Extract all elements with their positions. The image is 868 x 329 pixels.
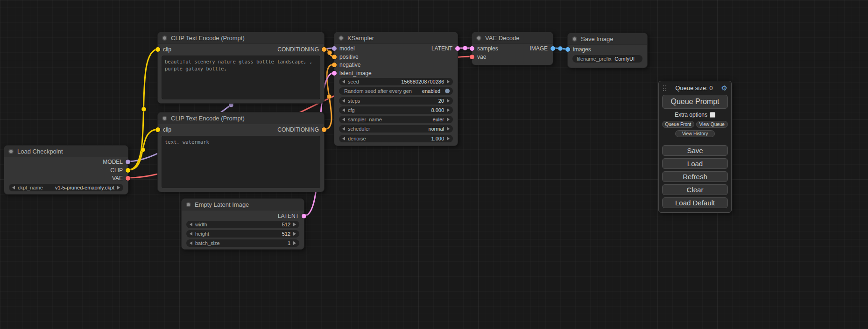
node-title-bar[interactable]: VAE Decode xyxy=(472,32,553,44)
clip-output-dot[interactable] xyxy=(126,168,130,173)
decrement-arrow-icon[interactable] xyxy=(190,223,192,226)
increment-arrow-icon[interactable] xyxy=(117,186,120,189)
decrement-arrow-icon[interactable] xyxy=(342,80,345,84)
widget-random-seed-toggle[interactable]: Random seed after every gen enabled xyxy=(339,87,453,95)
decrement-arrow-icon[interactable] xyxy=(342,127,345,131)
image-input-dot[interactable] xyxy=(565,47,570,52)
node-title-bar[interactable]: Save Image xyxy=(568,33,647,45)
output-slot-latent[interactable]: LATENT xyxy=(278,213,303,219)
collapse-dot-icon[interactable] xyxy=(162,35,167,41)
widget-cfg[interactable]: cfg 8.000 xyxy=(339,106,453,114)
input-slot-positive[interactable]: positive xyxy=(335,54,359,60)
refresh-button[interactable]: Refresh xyxy=(662,171,728,182)
clear-button[interactable]: Clear xyxy=(662,184,728,195)
latent-input-dot[interactable] xyxy=(332,71,337,76)
model-output-dot[interactable] xyxy=(126,160,130,164)
toggle-knob-icon[interactable] xyxy=(445,89,450,93)
decrement-arrow-icon[interactable] xyxy=(342,108,345,112)
settings-gear-icon[interactable]: ⚙ xyxy=(721,84,727,91)
output-slot-clip[interactable]: CLIP xyxy=(110,167,127,174)
node-save-image[interactable]: Save Image images filename_prefix ComfyU… xyxy=(567,33,648,68)
widget-seed[interactable]: seed 156680208700286 xyxy=(339,78,453,85)
extra-options-checkbox[interactable] xyxy=(710,112,715,118)
vae-input-dot[interactable] xyxy=(470,55,474,59)
widget-width[interactable]: width 512 xyxy=(186,221,299,228)
node-vae-decode[interactable]: VAE Decode samples vae IMAGE xyxy=(472,32,553,65)
image-output-dot[interactable] xyxy=(550,46,555,51)
node-title-bar[interactable]: Empty Latent Image xyxy=(182,199,304,210)
input-slot-clip[interactable]: clip xyxy=(159,46,171,53)
widget-batch-size[interactable]: batch_size 1 xyxy=(186,239,299,247)
node-empty-latent-image[interactable]: Empty Latent Image LATENT width 512 heig… xyxy=(181,198,304,250)
view-history-button[interactable]: View History xyxy=(675,130,715,137)
increment-arrow-icon[interactable] xyxy=(447,80,450,84)
conditioning-input-dot[interactable] xyxy=(332,55,337,59)
node-load-checkpoint[interactable]: Load Checkpoint MODEL CLIP VAE ckpt_name… xyxy=(4,145,128,195)
drag-handle-icon[interactable] xyxy=(663,85,667,91)
decrement-arrow-icon[interactable] xyxy=(190,241,192,245)
conditioning-input-dot[interactable] xyxy=(332,63,337,67)
load-default-button[interactable]: Load Default xyxy=(662,197,728,208)
prompt-textarea[interactable]: text, watermark xyxy=(162,136,320,188)
widget-height[interactable]: height 512 xyxy=(186,230,299,238)
collapse-dot-icon[interactable] xyxy=(8,149,14,154)
model-input-dot[interactable] xyxy=(332,46,337,51)
collapse-dot-icon[interactable] xyxy=(186,202,191,207)
load-button[interactable]: Load xyxy=(662,158,728,169)
decrement-arrow-icon[interactable] xyxy=(342,99,345,103)
prompt-textarea[interactable]: beautiful scenery nature glass bottle la… xyxy=(162,56,320,99)
decrement-arrow-icon[interactable] xyxy=(12,186,15,189)
queue-front-button[interactable]: Queue Front xyxy=(662,121,694,128)
decrement-arrow-icon[interactable] xyxy=(190,232,192,236)
output-slot-conditioning[interactable]: CONDITIONING xyxy=(277,126,323,133)
increment-arrow-icon[interactable] xyxy=(447,137,450,140)
save-button[interactable]: Save xyxy=(662,145,728,156)
node-title-bar[interactable]: KSampler xyxy=(334,32,458,44)
node-title-bar[interactable]: CLIP Text Encode (Prompt) xyxy=(158,112,324,124)
increment-arrow-icon[interactable] xyxy=(447,99,450,103)
decrement-arrow-icon[interactable] xyxy=(342,137,345,140)
increment-arrow-icon[interactable] xyxy=(447,127,450,131)
increment-arrow-icon[interactable] xyxy=(447,108,450,112)
increment-arrow-icon[interactable] xyxy=(293,232,296,236)
increment-arrow-icon[interactable] xyxy=(293,241,296,245)
latent-output-dot[interactable] xyxy=(455,46,460,51)
conditioning-output-dot[interactable] xyxy=(322,127,326,132)
collapse-dot-icon[interactable] xyxy=(339,35,344,41)
output-slot-vae[interactable]: VAE xyxy=(112,175,127,182)
increment-arrow-icon[interactable] xyxy=(447,118,450,121)
vae-output-dot[interactable] xyxy=(126,176,130,181)
node-title-bar[interactable]: Load Checkpoint xyxy=(4,146,128,157)
input-slot-latent-image[interactable]: latent_image xyxy=(335,70,372,77)
node-clip-text-encode-negative[interactable]: CLIP Text Encode (Prompt) clip CONDITION… xyxy=(157,112,325,192)
collapse-dot-icon[interactable] xyxy=(572,36,577,42)
clip-input-dot[interactable] xyxy=(155,47,160,52)
conditioning-output-dot[interactable] xyxy=(322,47,326,52)
graph-canvas[interactable]: { "icons": { "gear": "⚙" }, "colors": { … xyxy=(0,0,868,329)
output-slot-latent[interactable]: LATENT xyxy=(431,45,457,52)
input-slot-clip[interactable]: clip xyxy=(159,126,171,133)
output-slot-conditioning[interactable]: CONDITIONING xyxy=(277,46,323,53)
widget-ckpt-name[interactable]: ckpt_name v1-5-pruned-emaonly.ckpt xyxy=(9,184,123,191)
input-slot-images[interactable]: images xyxy=(569,46,591,53)
widget-scheduler[interactable]: scheduler normal xyxy=(339,125,453,133)
node-clip-text-encode-positive[interactable]: CLIP Text Encode (Prompt) clip CONDITION… xyxy=(157,32,325,104)
input-slot-model[interactable]: model xyxy=(335,45,355,52)
output-slot-model[interactable]: MODEL xyxy=(103,159,127,165)
input-slot-vae[interactable]: vae xyxy=(473,54,486,60)
view-queue-button[interactable]: View Queue xyxy=(696,121,728,128)
widget-steps[interactable]: steps 20 xyxy=(339,97,453,105)
input-slot-negative[interactable]: negative xyxy=(335,62,360,68)
node-ksampler[interactable]: KSampler model positive negative latent_… xyxy=(334,32,458,146)
clip-input-dot[interactable] xyxy=(155,127,160,132)
collapse-dot-icon[interactable] xyxy=(476,35,481,41)
widget-denoise[interactable]: denoise 1.000 xyxy=(339,135,453,142)
decrement-arrow-icon[interactable] xyxy=(342,118,345,121)
input-slot-samples[interactable]: samples xyxy=(473,45,498,52)
collapse-dot-icon[interactable] xyxy=(162,116,167,121)
latent-input-dot[interactable] xyxy=(470,46,474,51)
queue-prompt-button[interactable]: Queue Prompt xyxy=(662,95,728,109)
increment-arrow-icon[interactable] xyxy=(293,223,296,226)
node-title-bar[interactable]: CLIP Text Encode (Prompt) xyxy=(158,32,324,44)
widget-filename-prefix[interactable]: filename_prefix ComfyUI xyxy=(572,55,642,63)
